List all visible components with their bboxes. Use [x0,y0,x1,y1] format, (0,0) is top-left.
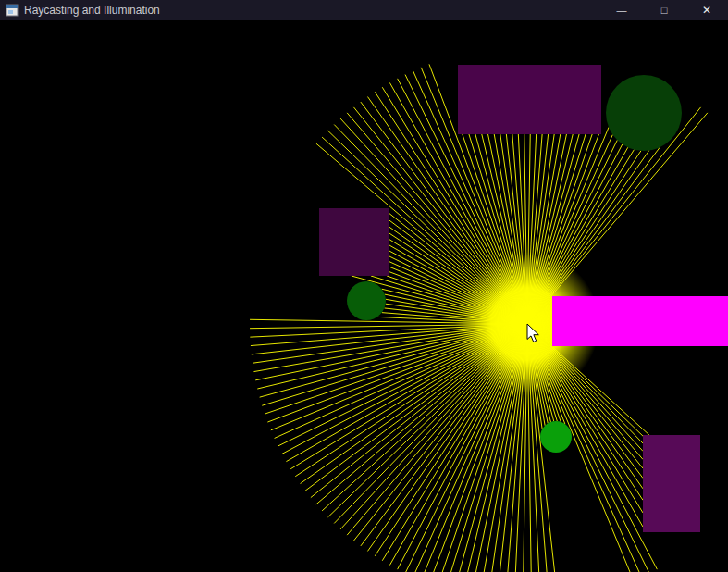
obstacle-purple-rect-bottom-right [643,435,700,532]
obstacle-purple-rect-top [458,65,601,134]
window-controls: — □ ✕ [600,0,728,20]
minimize-button[interactable]: — [600,0,643,20]
obstacle-magenta-rect-right [552,296,728,346]
app-icon-glyph [6,4,19,17]
titlebar-left: Raycasting and Illumination [0,0,160,20]
obstacle-green-circle-mid-left [347,281,386,320]
titlebar: Raycasting and Illumination — □ ✕ [0,0,728,20]
maximize-button[interactable]: □ [643,0,685,20]
render-canvas[interactable] [0,20,728,572]
obstacle-purple-square-left [319,208,389,276]
window-title: Raycasting and Illumination [24,0,160,20]
scene-svg[interactable] [0,20,728,572]
obstacle-green-circle-bottom [540,421,572,453]
app-icon[interactable] [6,4,19,17]
app-window: Raycasting and Illumination — □ ✕ [0,0,728,572]
obstacle-dark-green-circle-top-right [606,75,682,151]
close-button[interactable]: ✕ [685,0,728,20]
